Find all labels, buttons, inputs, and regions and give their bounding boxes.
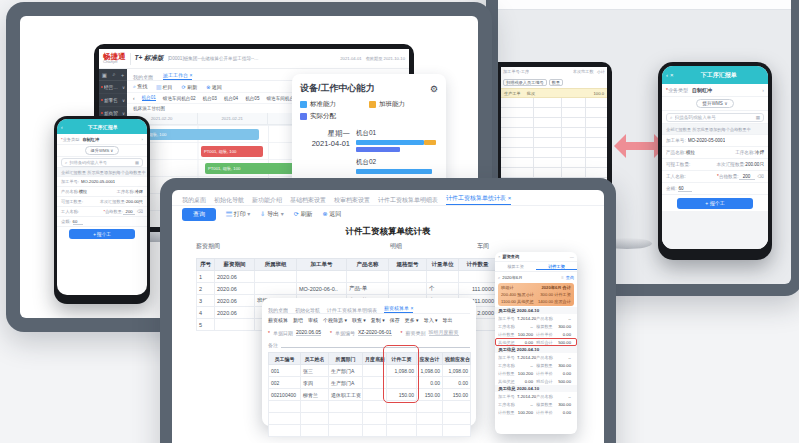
table-row[interactable] [269,401,471,413]
gantt-bar[interactable]: PT001, 组装, 100 [131,129,259,140]
minimize-icon[interactable]: — [570,254,574,259]
tab-audit-archives[interactable]: 校审档案设置 [334,196,370,205]
doc-date-input[interactable]: 2020.06.05 [296,329,321,336]
wage-row[interactable]: 其他奖惩0.00税后合计500.00 [495,377,577,385]
wage-row[interactable]: 加工单号T-2014-2020-…产品名称-- [495,392,577,400]
trash-icon[interactable]: ⌫ [137,209,143,214]
barcode-search-input[interactable]: ⌕ 扫描条码或输入单号 ▦ [61,158,143,167]
tab-piecework-stats[interactable]: 计件工资核算单统计表 × [446,194,511,205]
wms-pill-button[interactable]: 提升WMS ∨ [696,99,733,108]
refresh-button[interactable]: ⟳ 刷新 [294,210,313,219]
columns-button[interactable]: ▤ 栏目 [156,84,172,90]
sheet-row[interactable] [501,148,607,158]
tax-filter-button[interactable]: 个税筛选 ▾ [323,317,347,323]
wage-row[interactable]: 工序名称--核算数量300.00 [495,361,577,369]
table-row[interactable]: 002100400柳青兰退休职工工资150.00150.00150.00 [269,389,471,401]
doc-no-input[interactable]: XZ-2020-06-01 [358,329,392,336]
filter-detail[interactable]: 明细 [390,242,402,251]
tab-new-features[interactable]: 新功能介绍 [252,196,282,205]
payroll-calc-button[interactable]: 薪资核算 [268,317,288,323]
amount-input[interactable]: 60 [678,186,692,192]
wage-row[interactable]: 加工单号T-2014-2020-…产品名称-- [495,353,577,361]
sidebar-item-retail[interactable]: 新零售∨ [99,94,127,107]
apps-icon[interactable]: ▣ [102,72,107,78]
back-icon[interactable]: ‹ [666,72,668,78]
sheet-row[interactable] [501,118,607,128]
trash-icon[interactable]: ⌫ [758,174,765,179]
filter-salary-period[interactable]: 薪资期间 [196,242,220,251]
tab-desktop[interactable]: 我的桌面 [133,74,153,80]
tab-init-nav[interactable]: 初始化导航 [214,196,244,205]
quantity-input[interactable]: 数量 [549,79,563,86]
back-button[interactable]: ⊗ 返回 [322,210,341,219]
sheet-row[interactable] [501,128,607,138]
wage-row[interactable]: 工序名称--核算数量300.00 [495,400,577,408]
sheet-row[interactable] [501,158,607,168]
wage-row-highlighted[interactable]: 其他奖惩0.00税后合计500.00 [495,338,577,346]
table-row[interactable]: 002李四生产部门A0.000.00 [269,377,471,389]
close-icon[interactable]: × [498,254,500,259]
table-row[interactable] [269,425,471,437]
machine-tab-01[interactable]: 机台01 [142,95,156,101]
tab-piece-wage[interactable]: 计件工资 [536,264,577,270]
machine-tab-05[interactable]: 机台05 [245,96,259,101]
tab-desktop[interactable]: 我的桌面 [182,196,206,205]
filter-icon[interactable]: ≡ [561,275,563,280]
sheet-row[interactable] [501,168,607,178]
link-query-button[interactable]: 联查 ▾ [352,317,366,323]
tab-calc-wage[interactable]: 核算工资 [495,264,536,269]
sheet-row[interactable] [501,108,607,118]
wage-row[interactable]: 计件数量100.200计件单价0.00 [495,369,577,377]
plus-icon[interactable]: + [121,72,124,78]
import-button[interactable]: 导入 ▾ [424,317,438,323]
gantt-bar[interactable]: PT001, 组装, 100 [201,146,263,157]
print-button[interactable]: ▤ 打印 ▾ [226,210,250,219]
filter-workshop[interactable]: 车间 [477,242,489,251]
submit-report-button[interactable]: + 报个工 [69,229,135,239]
table-row[interactable]: 001张三生产部门A1,098.001,098.001,098.00 [269,365,471,377]
gear-icon[interactable]: ⚙ [430,84,438,94]
sheet-row[interactable] [501,138,607,148]
scan-employee-input[interactable]: 扫描或录入员工编号 [503,79,547,86]
machine-tab-03[interactable]: 机台03 [203,96,217,101]
more-button[interactable]: 更多 ▾ [405,317,419,323]
barcode-search-input[interactable]: ⌕ 扫描条码或输入单号 ▦ [666,113,764,122]
submit-report-button[interactable]: + 报个工 [677,198,753,209]
wage-row[interactable]: 计件数量100.200计件单价0.00 [495,330,577,338]
back-button[interactable]: ⊗ 返回 [206,84,222,90]
machine-tab-02[interactable]: 锻造车间机台02 [163,96,196,101]
new-button[interactable]: 新增 [293,317,303,323]
copy-button[interactable]: 复制 ▾ [371,317,385,323]
sidebar-item-analysis[interactable]: 经营分析∨ [99,81,127,94]
search-icon[interactable]: ⌕ [112,71,115,78]
find-button[interactable]: ⌕ 查找 [133,83,147,90]
wms-pill-button[interactable]: 提升WMS ∨ [85,146,120,155]
tab-desktop[interactable]: 我的桌面 [268,307,288,313]
panel-query-button[interactable]: 查询 [566,275,574,280]
tab-payroll-sheet[interactable]: 薪资核算单 × [384,305,413,313]
sheet-highlight-row[interactable]: 生产工单 批次 100.0 [501,88,607,98]
biz-type-row[interactable]: * 业务类型 自制红冲 › [662,84,768,97]
query-button[interactable]: 查询 [182,208,216,221]
table-row[interactable] [269,413,471,425]
biz-type-row[interactable]: * 业务类型 自制红冲 › [57,134,147,145]
tab-dispatch-workbench[interactable]: 派工工作台 × [163,72,192,80]
tab-basic-archives[interactable]: 基础档案设置 [290,196,326,205]
tab-piecework-detail[interactable]: 计件工资核算单明细表 [378,196,438,205]
amount-input[interactable]: 60 [73,219,83,225]
machine-tab-04[interactable]: 机台04 [224,96,238,101]
angle-left-icon[interactable]: ‹ [133,96,135,101]
wage-row[interactable]: 加工单号T-2014-2020-…产品名称-- [495,314,577,322]
wage-row[interactable]: 计件数量100.200计件单价0.00 [495,408,577,416]
month-search-input[interactable]: 2020年6月 [502,275,559,280]
tab-piecework-detail[interactable]: 计件工资核算单明细表 [327,307,377,313]
export-button[interactable]: ⇩ 导出 ▾ [260,210,283,219]
qty-input[interactable]: 200 [123,209,135,215]
tab-init-nav[interactable]: 初始化导航 [295,307,320,313]
note-input[interactable] [281,341,470,348]
save-button[interactable]: 保存 [390,317,400,323]
table-row[interactable]: 12020.06 [197,271,497,283]
table-row[interactable]: 22020.06MO-2020-06-0..产品-单个111.0000 [197,283,497,295]
sheet-row[interactable] [501,98,607,108]
audit-button[interactable]: 审核 [308,317,318,323]
